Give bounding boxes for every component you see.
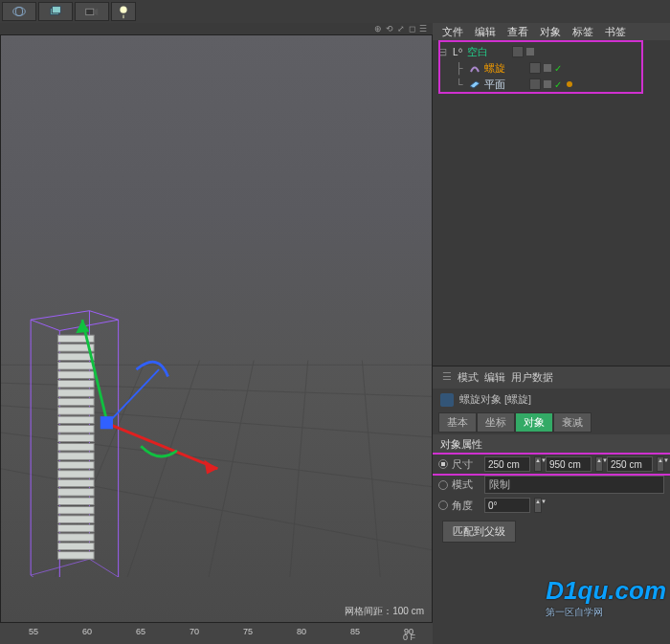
attr-menubar: ☰ 模式 编辑 用户数据	[433, 366, 670, 389]
tick: 85	[350, 627, 360, 636]
size-y-input[interactable]	[546, 456, 592, 472]
spinner[interactable]: ▲▼	[595, 456, 603, 472]
svg-rect-4	[86, 9, 94, 14]
object-plane[interactable]: └ 平面 ✓	[436, 77, 666, 92]
viewport-3d[interactable]: 网格间距：100 cm	[0, 34, 433, 623]
svg-rect-41	[57, 506, 94, 514]
size-x-input[interactable]	[484, 456, 530, 472]
spinner[interactable]: ▲▼	[534, 456, 542, 472]
menu-edit[interactable]: 编辑	[471, 25, 500, 38]
tag-dot[interactable]	[567, 81, 572, 87]
svg-rect-42	[57, 516, 94, 523]
mode-dropdown[interactable]: 限制	[484, 476, 664, 494]
menu-file[interactable]: 文件	[438, 25, 467, 38]
svg-rect-30	[57, 408, 94, 415]
vis-dot[interactable]	[526, 48, 534, 56]
menu-tags[interactable]: 标签	[569, 25, 597, 38]
attr-tab-row: 基本 坐标 对象 衰减	[433, 411, 670, 434]
vp-frame-icon[interactable]: ◻	[409, 24, 415, 33]
label-mode: 模式	[452, 477, 480, 492]
tool-light[interactable]	[111, 2, 136, 21]
obj-name: 平面	[484, 78, 526, 92]
tick: 80	[297, 627, 306, 636]
attr-title: 螺旋对象 [螺旋]	[433, 389, 670, 411]
radio-angle[interactable]	[438, 500, 448, 510]
svg-rect-31	[57, 416, 94, 424]
tab-object[interactable]: 对象	[515, 412, 553, 433]
attr-userdata[interactable]: 用户数据	[511, 370, 553, 385]
radio-mode[interactable]	[438, 480, 448, 490]
vp-zoom-icon[interactable]: ⤢	[397, 24, 405, 33]
label-size: 尺寸	[452, 457, 480, 472]
svg-marker-5	[94, 8, 99, 15]
svg-point-0	[13, 8, 26, 16]
object-manager[interactable]: ⊟ L⁰ 空白 ├ 螺旋 ✓ └ 平面 ✓	[433, 40, 670, 366]
tick: 75	[243, 627, 253, 636]
twist-object-icon	[440, 393, 454, 407]
spinner[interactable]: ▲▼	[657, 456, 664, 472]
menu-bookmarks[interactable]: 书签	[601, 25, 630, 38]
svg-line-47	[107, 424, 217, 469]
object-null[interactable]: ⊟ L⁰ 空白	[436, 44, 666, 59]
svg-rect-33	[57, 434, 94, 442]
svg-line-16	[290, 361, 308, 577]
angle-input[interactable]	[484, 498, 530, 513]
check-icon[interactable]: ✓	[554, 79, 564, 90]
size-z-input[interactable]	[607, 456, 653, 472]
svg-point-1	[15, 8, 22, 16]
viewport-nav-icons: ⊕ ⟲ ⤢ ◻ ☰	[0, 23, 433, 34]
attribute-manager: ☰ 模式 编辑 用户数据 螺旋对象 [螺旋] 基本 坐标 对象 衰减 对象属性 …	[433, 366, 670, 644]
menu-view[interactable]: 查看	[503, 25, 532, 38]
tab-basic[interactable]: 基本	[438, 412, 477, 433]
spinner[interactable]: ▲▼	[534, 498, 542, 513]
svg-line-14	[127, 361, 199, 577]
tick: 65	[136, 627, 145, 636]
objmgr-menubar: 文件 编辑 查看 对象 标签 书签	[433, 23, 670, 40]
svg-rect-52	[100, 416, 113, 429]
vis-dot[interactable]	[544, 64, 551, 72]
svg-rect-38	[57, 479, 94, 487]
vp-orbit-icon[interactable]: ⟲	[386, 24, 393, 33]
layer-cell[interactable]	[529, 62, 541, 74]
tool-camera[interactable]	[75, 2, 109, 21]
tick: 55	[29, 627, 38, 636]
svg-marker-54	[470, 81, 480, 88]
tab-coord[interactable]: 坐标	[477, 412, 515, 433]
attr-edit[interactable]: 编辑	[484, 370, 505, 385]
svg-rect-32	[57, 426, 94, 433]
prop-size: 尺寸 ▲▼ ▲▼ ▲▼	[431, 453, 670, 476]
attr-mode[interactable]: 模式	[458, 370, 479, 385]
tick: 70	[190, 627, 199, 636]
tab-falloff[interactable]: 衰减	[553, 412, 592, 433]
svg-rect-40	[57, 498, 94, 505]
object-twist[interactable]: ├ 螺旋 ✓	[436, 60, 666, 76]
svg-point-6	[120, 7, 126, 13]
main-toolbar	[0, 0, 670, 23]
layer-cell[interactable]	[529, 78, 541, 90]
prop-angle: 角度 ▲▼	[433, 496, 670, 515]
svg-rect-29	[57, 398, 94, 406]
vis-dot[interactable]	[544, 80, 551, 88]
vp-layout-icon[interactable]: ☰	[419, 24, 427, 33]
svg-rect-39	[57, 489, 94, 497]
fit-to-parent-button[interactable]: 匹配到父级	[442, 521, 516, 543]
tick: 60	[82, 627, 92, 636]
attr-title-text: 螺旋对象 [螺旋]	[459, 392, 531, 407]
frame-unit: 0 F	[403, 633, 415, 642]
svg-rect-44	[57, 534, 94, 542]
svg-rect-37	[57, 471, 94, 478]
tool-sphere[interactable]	[2, 2, 36, 21]
radio-size[interactable]	[438, 459, 448, 469]
tool-cube[interactable]	[38, 2, 73, 21]
layer-cell[interactable]	[512, 46, 524, 57]
menu-object[interactable]: 对象	[536, 25, 565, 38]
svg-rect-36	[57, 461, 94, 469]
check-icon[interactable]: ✓	[554, 63, 564, 74]
svg-rect-25	[57, 363, 94, 370]
obj-name: 空白	[467, 45, 509, 59]
vp-pan-icon[interactable]: ⊕	[374, 24, 382, 33]
timeline-ruler[interactable]: 55 60 65 70 75 80 85 90 0 F	[0, 623, 433, 644]
svg-rect-45	[57, 543, 94, 550]
grid-spacing-label: 网格间距：100 cm	[345, 605, 424, 618]
obj-name: 螺旋	[484, 61, 526, 76]
